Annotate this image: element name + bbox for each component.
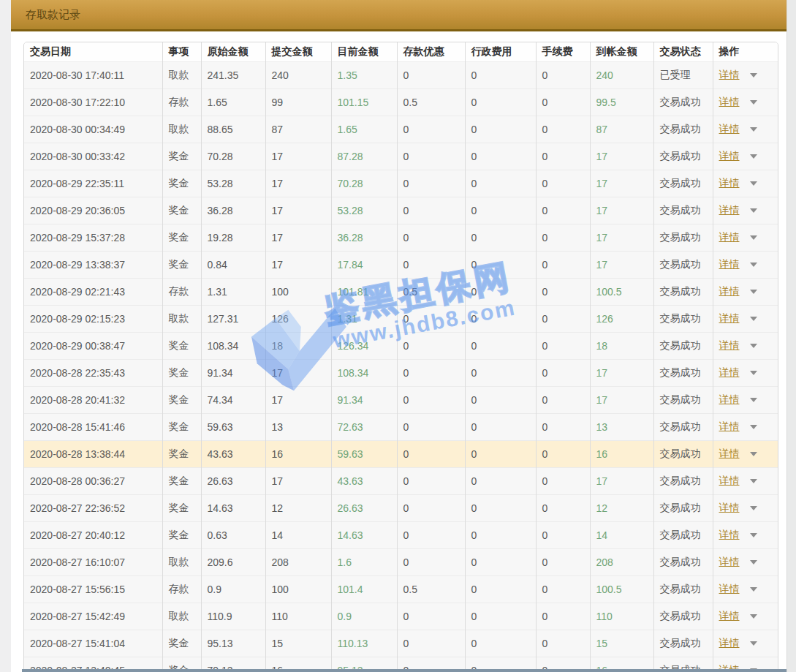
detail-link[interactable]: 详情 bbox=[719, 529, 740, 540]
cell-action: 详情 bbox=[713, 576, 778, 603]
caret-down-icon[interactable] bbox=[750, 290, 757, 294]
detail-link[interactable]: 详情 bbox=[719, 96, 740, 107]
cell-status: 交易成功 bbox=[653, 522, 713, 549]
cell-date: 2020-08-29 15:37:28 bbox=[24, 224, 162, 252]
caret-down-icon[interactable] bbox=[750, 208, 757, 213]
cell-submitted-amount: 17 bbox=[265, 224, 331, 252]
caret-down-icon[interactable] bbox=[750, 235, 757, 240]
cell-original-amount: 53.28 bbox=[201, 170, 265, 197]
table-row: 2020-08-27 15:56:15存款0.9100101.40.500100… bbox=[24, 576, 778, 603]
cell-item: 奖金 bbox=[162, 333, 201, 360]
cell-item: 取款 bbox=[162, 62, 201, 89]
cell-date: 2020-08-27 16:10:07 bbox=[24, 549, 162, 576]
caret-down-icon[interactable] bbox=[750, 560, 757, 565]
panel-header: 存取款记录 bbox=[11, 0, 786, 31]
cell-admin-fee: 0 bbox=[465, 143, 536, 170]
cell-original-amount: 26.63 bbox=[201, 468, 265, 495]
page-scrollbar[interactable] bbox=[786, 0, 796, 672]
detail-link[interactable]: 详情 bbox=[719, 556, 740, 567]
caret-down-icon[interactable] bbox=[750, 398, 757, 402]
cell-handling-fee: 0 bbox=[536, 224, 590, 252]
caret-down-icon[interactable] bbox=[750, 181, 757, 186]
cell-action: 详情 bbox=[713, 441, 778, 468]
detail-link[interactable]: 详情 bbox=[719, 420, 740, 432]
detail-link[interactable]: 详情 bbox=[719, 123, 740, 135]
caret-down-icon[interactable] bbox=[750, 641, 757, 646]
cell-submitted-amount: 126 bbox=[265, 306, 331, 333]
cell-status: 交易成功 bbox=[653, 414, 713, 441]
cell-action: 详情 bbox=[713, 143, 778, 170]
cell-admin-fee: 0 bbox=[465, 414, 536, 441]
detail-link[interactable]: 详情 bbox=[719, 637, 740, 649]
caret-down-icon[interactable] bbox=[750, 506, 757, 510]
caret-down-icon[interactable] bbox=[750, 479, 757, 483]
caret-down-icon[interactable] bbox=[750, 100, 757, 105]
cell-item: 存款 bbox=[162, 89, 201, 116]
cell-admin-fee: 0 bbox=[465, 306, 536, 333]
caret-down-icon[interactable] bbox=[750, 587, 757, 592]
cell-submitted-amount: 99 bbox=[265, 89, 331, 116]
detail-link[interactable]: 详情 bbox=[719, 393, 740, 405]
cell-received-amount: 100.5 bbox=[590, 279, 653, 306]
detail-link[interactable]: 详情 bbox=[719, 69, 740, 80]
caret-down-icon[interactable] bbox=[750, 344, 757, 348]
detail-link[interactable]: 详情 bbox=[719, 204, 740, 216]
table-row: 2020-08-27 15:42:49取款110.91100.9000110交易… bbox=[24, 603, 778, 630]
caret-down-icon[interactable] bbox=[750, 425, 757, 429]
cell-handling-fee: 0 bbox=[536, 441, 590, 468]
cell-submitted-amount: 12 bbox=[265, 495, 331, 522]
cell-status: 交易成功 bbox=[653, 306, 713, 333]
cell-status: 交易成功 bbox=[653, 197, 713, 224]
caret-down-icon[interactable] bbox=[750, 127, 757, 132]
detail-link[interactable]: 详情 bbox=[719, 258, 740, 270]
cell-date: 2020-08-30 17:22:10 bbox=[24, 89, 162, 116]
cell-status: 交易成功 bbox=[653, 333, 713, 360]
detail-link[interactable]: 详情 bbox=[719, 502, 740, 513]
caret-down-icon[interactable] bbox=[750, 614, 757, 619]
cell-handling-fee: 0 bbox=[536, 414, 590, 441]
caret-down-icon[interactable] bbox=[750, 371, 757, 375]
cell-received-amount: 18 bbox=[590, 333, 653, 360]
cell-action: 详情 bbox=[713, 224, 778, 252]
cell-status: 交易成功 bbox=[653, 89, 713, 116]
records-panel: 存取款记录 交易日期事项原始金额提交金额目前金额存款优惠行政费用手续费到帐金额交… bbox=[11, 0, 786, 672]
cell-date: 2020-08-29 22:35:11 bbox=[24, 170, 162, 197]
detail-link[interactable]: 详情 bbox=[719, 610, 740, 622]
detail-link[interactable]: 详情 bbox=[719, 231, 740, 243]
cell-original-amount: 88.65 bbox=[201, 116, 265, 143]
cell-submitted-amount: 16 bbox=[265, 441, 331, 468]
caret-down-icon[interactable] bbox=[750, 317, 757, 321]
cell-status: 交易成功 bbox=[653, 549, 713, 576]
detail-link[interactable]: 详情 bbox=[719, 177, 740, 189]
detail-link[interactable]: 详情 bbox=[719, 312, 740, 324]
col-header-deposit-bonus: 存款优惠 bbox=[397, 42, 465, 62]
cell-action: 详情 bbox=[713, 89, 778, 116]
detail-link[interactable]: 详情 bbox=[719, 366, 740, 378]
cell-handling-fee: 0 bbox=[536, 630, 590, 657]
cell-date: 2020-08-30 17:40:11 bbox=[24, 62, 162, 89]
cell-status: 交易成功 bbox=[653, 279, 713, 306]
table-row: 2020-08-29 22:35:11奖金53.281770.2800017交易… bbox=[24, 170, 778, 197]
caret-down-icon[interactable] bbox=[750, 263, 757, 267]
detail-link[interactable]: 详情 bbox=[719, 150, 740, 162]
cell-date: 2020-08-29 13:38:37 bbox=[24, 252, 162, 279]
caret-down-icon[interactable] bbox=[750, 154, 757, 159]
detail-link[interactable]: 详情 bbox=[719, 339, 740, 351]
table-row: 2020-08-29 13:38:37奖金0.841717.8400017交易成… bbox=[24, 252, 778, 279]
caret-down-icon[interactable] bbox=[750, 73, 757, 78]
cell-received-amount: 16 bbox=[590, 441, 653, 468]
cell-current-amount: 87.28 bbox=[331, 143, 397, 170]
detail-link[interactable]: 详情 bbox=[719, 285, 740, 297]
caret-down-icon[interactable] bbox=[750, 533, 757, 537]
caret-down-icon[interactable] bbox=[750, 452, 757, 456]
cell-current-amount: 110.13 bbox=[331, 630, 397, 657]
detail-link[interactable]: 详情 bbox=[719, 448, 740, 459]
cell-submitted-amount: 18 bbox=[265, 333, 331, 360]
cell-deposit-bonus: 0 bbox=[397, 333, 465, 360]
cell-handling-fee: 0 bbox=[536, 360, 590, 387]
col-header-admin-fee: 行政费用 bbox=[465, 42, 536, 62]
detail-link[interactable]: 详情 bbox=[719, 475, 740, 486]
cell-action: 详情 bbox=[713, 197, 778, 224]
detail-link[interactable]: 详情 bbox=[719, 583, 740, 594]
cell-received-amount: 110 bbox=[590, 603, 653, 630]
